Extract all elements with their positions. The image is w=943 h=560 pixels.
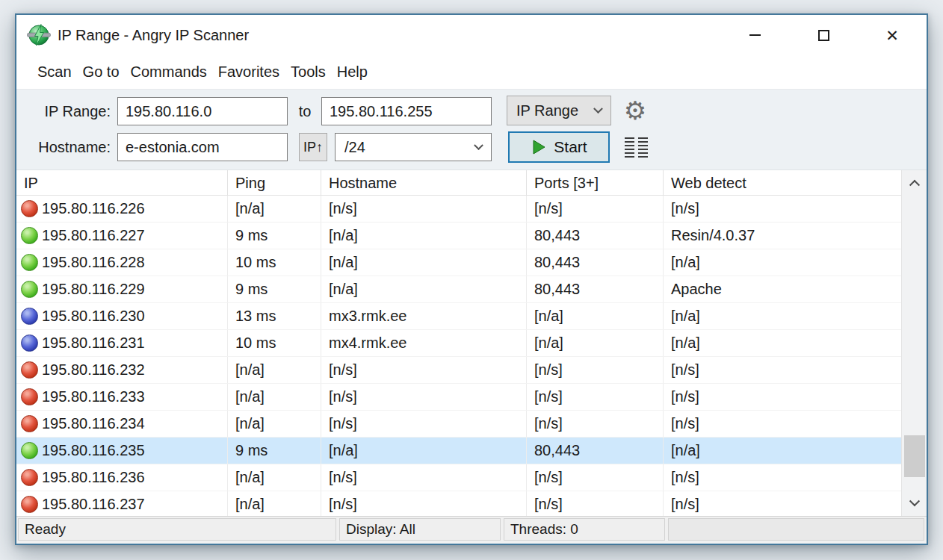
cell-ip: 195.80.116.234 (16, 411, 228, 437)
cell-web: [n/s] (664, 357, 901, 383)
cell-hostname: [n/a] (321, 276, 527, 302)
status-ball-icon (21, 442, 38, 459)
cell-ports: [n/s] (527, 491, 664, 516)
ip-text: 195.80.116.237 (42, 496, 145, 513)
cell-ping: 9 ms (228, 438, 321, 464)
chevron-down-icon (474, 140, 483, 150)
table-row[interactable]: 195.80.116.22810 ms[n/a]80,443[n/a] (16, 249, 901, 276)
fetchers-columns-button[interactable] (625, 137, 648, 158)
window-controls: ✕ (720, 15, 927, 55)
table-row[interactable]: 195.80.116.2299 ms[n/a]80,443Apache (16, 276, 901, 303)
status-ball-icon (21, 200, 38, 217)
cell-ping: 13 ms (228, 303, 321, 329)
cell-web: Apache (664, 276, 901, 302)
netmask-value: /24 (344, 139, 365, 156)
chevron-down-icon (909, 496, 919, 506)
window-title: IP Range - Angry IP Scanner (58, 27, 249, 44)
cell-ip: 195.80.116.229 (16, 276, 228, 302)
table-row[interactable]: 195.80.116.23013 msmx3.rmk.ee[n/a][n/a] (16, 303, 901, 330)
menu-item-tools[interactable]: Tools (290, 61, 327, 83)
cell-hostname: [n/s] (321, 357, 527, 383)
netmask-select[interactable]: /24 (335, 133, 492, 161)
menu-item-commands[interactable]: Commands (130, 61, 208, 83)
cell-ports: [n/a] (527, 303, 664, 329)
cell-ports: [n/s] (527, 384, 664, 410)
maximize-button[interactable] (789, 15, 858, 55)
status-text: Ready (18, 518, 336, 541)
ip-text: 195.80.116.232 (42, 361, 145, 379)
cell-ip: 195.80.116.226 (16, 196, 228, 222)
status-ball-icon (21, 496, 38, 513)
cell-ip: 195.80.116.232 (16, 357, 228, 383)
scroll-down-button[interactable] (902, 492, 927, 514)
menu-item-help[interactable]: Help (336, 61, 368, 83)
cell-hostname: mx4.rmk.ee (321, 330, 527, 356)
cell-web: [n/a] (664, 330, 901, 356)
cell-ip: 195.80.116.237 (16, 491, 228, 516)
scroll-up-button[interactable] (902, 172, 927, 194)
table-row[interactable]: 195.80.116.236[n/a][n/s][n/s][n/s] (16, 464, 901, 491)
cell-ports: [n/s] (527, 357, 664, 383)
table-row[interactable]: 195.80.116.234[n/a][n/s][n/s][n/s] (16, 411, 901, 438)
cell-ports: [n/s] (527, 411, 664, 437)
table-row[interactable]: 195.80.116.226[n/a][n/s][n/s][n/s] (16, 196, 901, 223)
table-row[interactable]: 195.80.116.233[n/a][n/s][n/s][n/s] (16, 384, 901, 411)
ip-to-input[interactable] (321, 97, 492, 125)
menu-item-goto[interactable]: Go to (82, 61, 120, 83)
status-ball-icon (21, 415, 38, 432)
to-label: to (292, 97, 318, 125)
display-filter[interactable]: Display: All (339, 518, 501, 541)
ip-text: 195.80.116.230 (42, 308, 145, 325)
ip-lookup-button[interactable]: IP↑ (299, 133, 327, 161)
chevron-up-icon (909, 180, 919, 190)
start-button[interactable]: Start (508, 131, 610, 163)
ip-text: 195.80.116.228 (42, 254, 145, 271)
maximize-icon (818, 30, 829, 41)
vertical-scrollbar[interactable] (901, 170, 927, 516)
preferences-gear-button[interactable]: ⚙ (619, 94, 652, 127)
cell-ping: [n/a] (228, 491, 321, 516)
table-row[interactable]: 195.80.116.2359 ms[n/a]80,443[n/a] (16, 438, 901, 464)
column-header-ports[interactable]: Ports [3+] (527, 170, 664, 195)
cell-ping: 9 ms (228, 223, 321, 249)
cell-web: [n/a] (664, 303, 901, 329)
hostname-input[interactable] (117, 133, 288, 161)
cell-ports: 80,443 (527, 276, 664, 302)
hostname-label: Hostname: (22, 133, 111, 161)
table-body: 195.80.116.226[n/a][n/s][n/s][n/s]195.80… (16, 196, 901, 516)
column-header-ping[interactable]: Ping (228, 170, 321, 195)
menu-bar: Scan Go to Commands Favorites Tools Help (16, 55, 927, 89)
ip-text: 195.80.116.235 (42, 442, 145, 459)
cell-ping: [n/a] (228, 384, 321, 410)
minimize-button[interactable] (720, 15, 789, 55)
column-header-webdetect[interactable]: Web detect (664, 170, 901, 195)
column-header-ip[interactable]: IP (16, 170, 228, 195)
table-row[interactable]: 195.80.116.237[n/a][n/s][n/s][n/s] (16, 491, 901, 516)
table-row[interactable]: 195.80.116.232[n/a][n/s][n/s][n/s] (16, 357, 901, 384)
cell-ip: 195.80.116.227 (16, 223, 228, 249)
cell-ports: [n/s] (527, 196, 664, 222)
cell-web: [n/a] (664, 438, 901, 464)
app-logo-icon (27, 23, 51, 47)
status-ball-icon (21, 361, 38, 379)
cell-web: [n/s] (664, 411, 901, 437)
ip-text: 195.80.116.229 (42, 281, 145, 298)
table-row[interactable]: 195.80.116.2279 ms[n/a]80,443Resin/4.0.3… (16, 223, 901, 249)
table-row[interactable]: 195.80.116.23110 msmx4.rmk.ee[n/a][n/a] (16, 330, 901, 357)
ip-from-input[interactable] (117, 97, 288, 125)
column-header-hostname[interactable]: Hostname (321, 170, 527, 195)
menu-item-scan[interactable]: Scan (37, 61, 72, 83)
chevron-down-icon (593, 104, 603, 113)
play-icon (531, 139, 547, 155)
cell-web: [n/s] (664, 196, 901, 222)
cell-ports: [n/s] (527, 464, 664, 491)
status-ball-icon (21, 388, 38, 405)
menu-item-favorites[interactable]: Favorites (217, 61, 280, 83)
feed-select[interactable]: IP Range (507, 96, 611, 125)
cell-ip: 195.80.116.228 (16, 249, 228, 276)
cell-hostname: mx3.rmk.ee (321, 303, 527, 329)
scrollbar-thumb[interactable] (904, 435, 925, 477)
close-button[interactable]: ✕ (858, 15, 927, 55)
cell-ping: [n/a] (228, 196, 321, 222)
cell-ports: 80,443 (527, 438, 664, 464)
